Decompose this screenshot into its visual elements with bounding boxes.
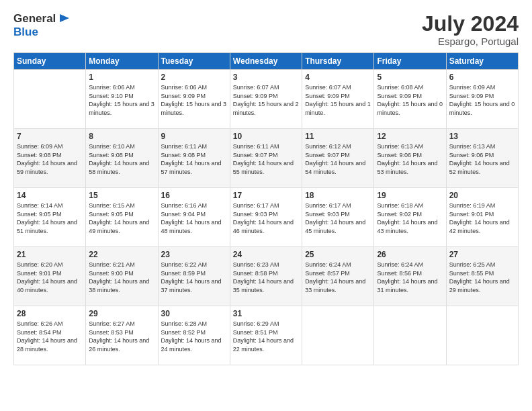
cell-w5-d4: 31Sunrise: 6:29 AMSunset: 8:51 PMDayligh… [230, 306, 302, 365]
header: General Blue July 2024 Espargo, Portugal [13, 12, 519, 47]
day-number: 9 [161, 132, 227, 141]
cell-w1-d7: 6Sunrise: 6:09 AMSunset: 9:09 PMDaylight… [446, 70, 518, 129]
cell-info: Sunrise: 6:24 AMSunset: 8:57 PMDaylight:… [305, 261, 371, 294]
cell-info: Sunrise: 6:18 AMSunset: 9:02 PMDaylight:… [377, 201, 443, 235]
cell-w4-d4: 24Sunrise: 6:23 AMSunset: 8:58 PMDayligh… [230, 247, 302, 306]
cell-w3-d6: 19Sunrise: 6:18 AMSunset: 9:02 PMDayligh… [374, 188, 446, 247]
cell-info: Sunrise: 6:16 AMSunset: 9:04 PMDaylight:… [161, 201, 227, 235]
day-number: 25 [305, 250, 371, 259]
cell-w3-d4: 17Sunrise: 6:17 AMSunset: 9:03 PMDayligh… [230, 188, 302, 247]
day-number: 29 [89, 309, 154, 318]
day-number: 8 [89, 132, 154, 141]
day-number: 7 [17, 132, 83, 141]
cell-info: Sunrise: 6:11 AMSunset: 9:08 PMDaylight:… [161, 142, 227, 176]
header-saturday: Saturday [446, 53, 518, 70]
day-number: 4 [305, 73, 371, 82]
cell-info: Sunrise: 6:28 AMSunset: 8:52 PMDaylight:… [161, 320, 227, 353]
cell-info: Sunrise: 6:07 AMSunset: 9:09 PMDaylight:… [305, 83, 371, 117]
cell-w2-d7: 13Sunrise: 6:13 AMSunset: 9:06 PMDayligh… [446, 129, 518, 188]
day-number: 21 [17, 250, 83, 259]
cell-info: Sunrise: 6:23 AMSunset: 8:58 PMDaylight:… [233, 261, 299, 294]
header-row: Sunday Monday Tuesday Wednesday Thursday… [14, 53, 519, 70]
cell-w5-d6 [374, 306, 446, 365]
cell-w4-d5: 25Sunrise: 6:24 AMSunset: 8:57 PMDayligh… [302, 247, 374, 306]
cell-w2-d3: 9Sunrise: 6:11 AMSunset: 9:08 PMDaylight… [158, 129, 230, 188]
day-number: 24 [233, 250, 299, 259]
cell-w4-d1: 21Sunrise: 6:20 AMSunset: 9:01 PMDayligh… [14, 247, 86, 306]
cell-info: Sunrise: 6:26 AMSunset: 8:54 PMDaylight:… [17, 320, 83, 353]
cell-info: Sunrise: 6:20 AMSunset: 9:01 PMDaylight:… [17, 261, 83, 294]
cell-w5-d3: 30Sunrise: 6:28 AMSunset: 8:52 PMDayligh… [158, 306, 230, 365]
cell-w3-d7: 20Sunrise: 6:19 AMSunset: 9:01 PMDayligh… [446, 188, 518, 247]
cell-w5-d7 [446, 306, 518, 365]
cell-info: Sunrise: 6:06 AMSunset: 9:09 PMDaylight:… [161, 83, 227, 117]
cell-w2-d2: 8Sunrise: 6:10 AMSunset: 9:08 PMDaylight… [86, 129, 158, 188]
calendar-table: Sunday Monday Tuesday Wednesday Thursday… [13, 52, 519, 365]
logo-blue: Blue [13, 26, 38, 39]
header-friday: Friday [374, 53, 446, 70]
day-number: 3 [233, 73, 299, 82]
header-thursday: Thursday [302, 53, 374, 70]
day-number: 17 [233, 191, 299, 200]
cell-w1-d2: 1Sunrise: 6:06 AMSunset: 9:10 PMDaylight… [86, 70, 158, 129]
day-number: 22 [89, 250, 154, 259]
day-number: 2 [161, 73, 227, 82]
cell-w2-d5: 11Sunrise: 6:12 AMSunset: 9:07 PMDayligh… [302, 129, 374, 188]
header-wednesday: Wednesday [230, 53, 302, 70]
cell-w1-d5: 4Sunrise: 6:07 AMSunset: 9:09 PMDaylight… [302, 70, 374, 129]
cell-w3-d5: 18Sunrise: 6:17 AMSunset: 9:03 PMDayligh… [302, 188, 374, 247]
day-number: 16 [161, 191, 227, 200]
cell-info: Sunrise: 6:27 AMSunset: 8:53 PMDaylight:… [89, 320, 154, 353]
day-number: 10 [233, 132, 299, 141]
week-row-3: 14Sunrise: 6:14 AMSunset: 9:05 PMDayligh… [14, 188, 519, 247]
cell-w1-d4: 3Sunrise: 6:07 AMSunset: 9:09 PMDaylight… [230, 70, 302, 129]
day-number: 1 [89, 73, 154, 82]
cell-w4-d7: 27Sunrise: 6:25 AMSunset: 8:55 PMDayligh… [446, 247, 518, 306]
cell-info: Sunrise: 6:29 AMSunset: 8:51 PMDaylight:… [233, 320, 299, 353]
week-row-2: 7Sunrise: 6:09 AMSunset: 9:08 PMDaylight… [14, 129, 519, 188]
cell-w3-d1: 14Sunrise: 6:14 AMSunset: 9:05 PMDayligh… [14, 188, 86, 247]
day-number: 23 [161, 250, 227, 259]
cell-info: Sunrise: 6:15 AMSunset: 9:05 PMDaylight:… [89, 201, 154, 235]
day-number: 30 [161, 309, 227, 318]
month-title: July 2024 [422, 12, 519, 36]
svg-marker-0 [60, 14, 69, 22]
cell-w5-d1: 28Sunrise: 6:26 AMSunset: 8:54 PMDayligh… [14, 306, 86, 365]
header-sunday: Sunday [14, 53, 86, 70]
cell-info: Sunrise: 6:08 AMSunset: 9:09 PMDaylight:… [377, 83, 443, 117]
cell-w2-d4: 10Sunrise: 6:11 AMSunset: 9:07 PMDayligh… [230, 129, 302, 188]
cell-w1-d1 [14, 70, 86, 129]
day-number: 11 [305, 132, 371, 141]
cell-w4-d3: 23Sunrise: 6:22 AMSunset: 8:59 PMDayligh… [158, 247, 230, 306]
day-number: 15 [89, 191, 154, 200]
day-number: 6 [449, 73, 515, 82]
day-number: 27 [449, 250, 515, 259]
day-number: 19 [377, 191, 443, 200]
page: General Blue July 2024 Espargo, Portugal… [0, 0, 532, 411]
cell-info: Sunrise: 6:13 AMSunset: 9:06 PMDaylight:… [377, 142, 443, 176]
header-monday: Monday [86, 53, 158, 70]
cell-info: Sunrise: 6:17 AMSunset: 9:03 PMDaylight:… [233, 201, 299, 235]
cell-info: Sunrise: 6:13 AMSunset: 9:06 PMDaylight:… [449, 142, 515, 176]
cell-w3-d3: 16Sunrise: 6:16 AMSunset: 9:04 PMDayligh… [158, 188, 230, 247]
cell-info: Sunrise: 6:21 AMSunset: 9:00 PMDaylight:… [89, 261, 154, 294]
cell-w4-d2: 22Sunrise: 6:21 AMSunset: 9:00 PMDayligh… [86, 247, 158, 306]
day-number: 13 [449, 132, 515, 141]
cell-w1-d6: 5Sunrise: 6:08 AMSunset: 9:09 PMDaylight… [374, 70, 446, 129]
week-row-1: 1Sunrise: 6:06 AMSunset: 9:10 PMDaylight… [14, 70, 519, 129]
cell-info: Sunrise: 6:11 AMSunset: 9:07 PMDaylight:… [233, 142, 299, 176]
cell-info: Sunrise: 6:19 AMSunset: 9:01 PMDaylight:… [449, 201, 515, 235]
calendar-body: 1Sunrise: 6:06 AMSunset: 9:10 PMDaylight… [14, 70, 519, 365]
cell-w1-d3: 2Sunrise: 6:06 AMSunset: 9:09 PMDaylight… [158, 70, 230, 129]
location: Espargo, Portugal [422, 36, 519, 47]
cell-w4-d6: 26Sunrise: 6:24 AMSunset: 8:56 PMDayligh… [374, 247, 446, 306]
day-number: 31 [233, 309, 299, 318]
logo-general: General [13, 12, 56, 26]
cell-info: Sunrise: 6:10 AMSunset: 9:08 PMDaylight:… [89, 142, 154, 176]
week-row-4: 21Sunrise: 6:20 AMSunset: 9:01 PMDayligh… [14, 247, 519, 306]
day-number: 18 [305, 191, 371, 200]
day-number: 14 [17, 191, 83, 200]
title-block: July 2024 Espargo, Portugal [422, 12, 519, 47]
cell-info: Sunrise: 6:09 AMSunset: 9:09 PMDaylight:… [449, 83, 515, 117]
day-number: 28 [17, 309, 83, 318]
